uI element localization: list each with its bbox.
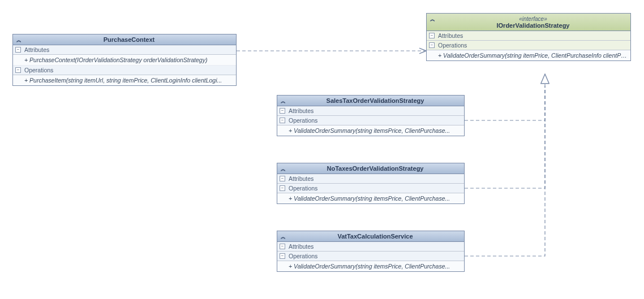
- minus-icon[interactable]: −: [280, 185, 285, 191]
- minus-icon[interactable]: −: [280, 244, 285, 249]
- operations-section: − Operations: [277, 184, 464, 193]
- operation-item: + PurchaseItem(string itemUrl, string it…: [13, 75, 236, 85]
- minus-icon[interactable]: −: [429, 33, 435, 38]
- minus-icon[interactable]: −: [429, 42, 435, 48]
- section-label: Operations: [289, 117, 317, 124]
- realization-line-salestax: [465, 74, 545, 120]
- class-title: SalesTaxOrderValidationStrategy: [327, 97, 424, 104]
- attributes-section: − Attributes: [277, 174, 464, 184]
- realization-line-vattax: [465, 86, 545, 256]
- realization-line-notaxes: [465, 86, 545, 188]
- operation-item: + ValidateOrderSummary(string itemPrice,…: [427, 50, 630, 60]
- class-header: ︽ SalesTaxOrderValidationStrategy: [277, 96, 464, 106]
- operation-item: + ValidateOrderSummary(string itemsPrice…: [277, 125, 464, 136]
- minus-icon[interactable]: −: [280, 108, 285, 114]
- section-label: Attributes: [289, 243, 314, 250]
- minus-icon[interactable]: −: [15, 47, 21, 53]
- section-label: Operations: [438, 42, 467, 49]
- section-label: Operations: [24, 67, 53, 73]
- collapse-icon[interactable]: ︽: [15, 37, 22, 44]
- class-title: VatTaxCalculationService: [337, 233, 413, 240]
- operations-section: − Operations: [427, 41, 630, 50]
- section-label: Attributes: [438, 32, 463, 39]
- operations-section: − Operations: [13, 66, 236, 75]
- attributes-section: − Attributes: [277, 106, 464, 116]
- operation-item: + ValidateOrderSummary(string itemsPrice…: [277, 193, 464, 203]
- minus-icon[interactable]: −: [280, 118, 285, 123]
- operation-item: + ValidateOrderSummary(string itemsPrice…: [277, 261, 464, 271]
- section-label: Attributes: [289, 107, 314, 114]
- section-label: Attributes: [24, 46, 49, 53]
- attribute-item: + PurchaseContext(IOrderValidationStrate…: [13, 55, 236, 66]
- attributes-section: − Attributes: [427, 31, 630, 41]
- section-label: Attributes: [289, 175, 314, 182]
- class-vat-tax: ︽ VatTaxCalculationService − Attributes …: [277, 231, 465, 272]
- minus-icon[interactable]: −: [280, 253, 285, 259]
- class-no-taxes: ︽ NoTaxesOrderValidationStrategy − Attri…: [277, 163, 465, 204]
- attributes-section: − Attributes: [277, 242, 464, 252]
- section-label: Operations: [289, 253, 317, 259]
- class-sales-tax: ︽ SalesTaxOrderValidationStrategy − Attr…: [277, 95, 465, 136]
- minus-icon[interactable]: −: [280, 176, 285, 181]
- collapse-icon[interactable]: ︽: [429, 16, 436, 23]
- class-title: NoTaxesOrderValidationStrategy: [327, 165, 424, 172]
- interface-iorder-validation-strategy: ︽ «interface» IOrderValidationStrategy −…: [426, 13, 631, 61]
- attributes-section: − Attributes: [13, 45, 236, 55]
- collapse-icon[interactable]: ︽: [280, 166, 286, 172]
- operations-section: − Operations: [277, 252, 464, 261]
- class-header: ︽ VatTaxCalculationService: [277, 231, 464, 242]
- section-label: Operations: [289, 185, 317, 192]
- class-header: ︽ «interface» IOrderValidationStrategy: [427, 14, 630, 31]
- class-title: PurchaseContext: [104, 36, 154, 43]
- class-title: IOrderValidationStrategy: [497, 22, 570, 29]
- stereotype-label: «interface»: [519, 16, 547, 22]
- collapse-icon[interactable]: ︽: [280, 98, 286, 105]
- operations-section: − Operations: [277, 116, 464, 125]
- class-purchase-context: ︽ PurchaseContext − Attributes + Purchas…: [12, 34, 237, 86]
- collapse-icon[interactable]: ︽: [280, 233, 286, 240]
- minus-icon[interactable]: −: [15, 67, 21, 73]
- class-header: ︽ NoTaxesOrderValidationStrategy: [277, 163, 464, 174]
- class-header: ︽ PurchaseContext: [13, 34, 236, 45]
